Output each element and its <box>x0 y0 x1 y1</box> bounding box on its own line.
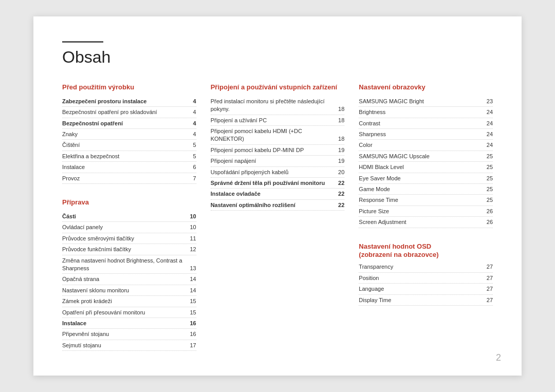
list-item: Správné držení těla při používání monito… <box>211 178 345 189</box>
item-name: Opačná strana <box>62 275 189 283</box>
item-page: 17 <box>189 342 196 349</box>
item-page: 16 <box>189 320 196 327</box>
item-page: 19 <box>337 146 344 154</box>
item-page: 24 <box>486 141 493 149</box>
item-name: Position <box>359 274 486 282</box>
item-name: Opatření při přesouvání monitoru <box>62 309 189 316</box>
item-name: Připojení pomocí kabelu HDMI (+DC KONEKT… <box>211 127 338 143</box>
item-page: 18 <box>337 135 344 143</box>
item-name: Připojení a užívání PC <box>211 117 338 124</box>
item-page: 25 <box>486 185 493 193</box>
item-page: 26 <box>486 208 493 215</box>
item-page: 24 <box>486 120 493 127</box>
section-nastaveni-obrazovky-title: Nastavení obrazovky <box>359 83 493 91</box>
item-name: Bezpečnostní opatření pro skladování <box>62 108 189 116</box>
list-item: Language27 <box>359 284 493 294</box>
item-name: Průvodce směrovými tlačítky <box>62 235 189 242</box>
section-nastaveni-list: SAMSUNG MAGIC Bright23Brightness24Contra… <box>359 96 493 228</box>
title-bar <box>62 41 103 43</box>
list-item: Připojení a užívání PC18 <box>211 115 345 126</box>
item-page: 25 <box>486 153 493 160</box>
item-page: 14 <box>189 275 196 283</box>
list-item: Instalace16 <box>62 318 196 329</box>
item-page: 4 <box>189 120 196 127</box>
page-number: 2 <box>496 352 501 363</box>
list-item: Připojení napájení19 <box>211 156 345 166</box>
item-name: Změna nastavení hodnot Brightness, Contr… <box>62 257 189 273</box>
page-title: Obsah <box>62 48 493 67</box>
item-name: Brightness <box>359 108 486 116</box>
item-page: 11 <box>189 235 196 242</box>
item-page: 25 <box>486 196 493 204</box>
list-item: Připevnění stojanu16 <box>62 329 196 340</box>
item-name: Zabezpečení prostoru instalace <box>62 98 189 105</box>
item-page: 6 <box>189 163 196 171</box>
item-page: 4 <box>189 130 196 138</box>
section-priprava-title: Příprava <box>62 198 196 206</box>
item-name: Picture Size <box>359 208 486 215</box>
item-page: 27 <box>486 296 493 304</box>
item-page: 22 <box>337 190 344 198</box>
list-item: Provoz7 <box>62 173 196 184</box>
section-pripojeni-list: Před instalací monitoru si přečtěte násl… <box>211 96 345 211</box>
item-name: Průvodce funkčními tlačítky <box>62 246 189 253</box>
item-page: 7 <box>189 175 196 182</box>
list-item: Opačná strana14 <box>62 274 196 285</box>
list-item: HDMI Black Level25 <box>359 162 493 173</box>
list-item: Čištění5 <box>62 140 196 151</box>
list-item: Průvodce funkčními tlačítky12 <box>62 244 196 255</box>
column-1: Před použitím výrobku Zabezpečení prosto… <box>62 83 211 351</box>
list-item: Color24 <box>359 140 493 151</box>
item-name: Části <box>62 213 189 220</box>
list-item: Ovládací panely10 <box>62 222 196 233</box>
list-item: Bezpečnostní opatření4 <box>62 118 196 129</box>
item-page: 19 <box>337 157 344 165</box>
item-name: Sejmutí stojanu <box>62 342 189 349</box>
list-item: Display Time27 <box>359 295 493 306</box>
item-page: 25 <box>486 163 493 171</box>
list-item: Screen Adjustment26 <box>359 217 493 228</box>
list-item: Sejmutí stojanu17 <box>62 340 196 351</box>
item-name: Znaky <box>62 130 189 138</box>
item-name: Nastavení sklonu monitoru <box>62 287 189 294</box>
list-item: Bezpečnostní opatření pro skladování4 <box>62 107 196 118</box>
item-name: Připevnění stojanu <box>62 330 189 338</box>
item-name: Eye Saver Mode <box>359 175 486 182</box>
item-page: 22 <box>337 179 344 187</box>
item-name: Provoz <box>62 175 189 182</box>
item-name: Bezpečnostní opatření <box>62 120 189 127</box>
item-name: Transparency <box>359 263 486 271</box>
item-page: 13 <box>189 265 196 272</box>
list-item: Připojení pomocí kabelu DP-MINI DP19 <box>211 145 345 156</box>
item-name: HDMI Black Level <box>359 163 486 171</box>
item-page: 5 <box>189 141 196 149</box>
item-page: 16 <box>189 330 196 338</box>
item-page: 14 <box>189 287 196 294</box>
item-page: 18 <box>337 105 344 113</box>
list-item: Game Mode25 <box>359 184 493 195</box>
item-name: Sharpness <box>359 130 486 138</box>
item-page: 27 <box>486 285 493 293</box>
item-name: Instalace ovladače <box>211 190 338 198</box>
item-name: Správné držení těla při používání monito… <box>211 179 338 187</box>
item-name: Elektřina a bezpečnost <box>62 153 189 160</box>
list-item: Brightness24 <box>359 107 493 118</box>
list-item: Připojení pomocí kabelu HDMI (+DC KONEKT… <box>211 126 345 145</box>
item-page: 22 <box>337 201 344 209</box>
item-name: Instalace <box>62 320 189 327</box>
list-item: Instalace6 <box>62 162 196 173</box>
item-page: 5 <box>189 153 196 160</box>
item-page: 15 <box>189 297 196 305</box>
item-page: 4 <box>189 108 196 116</box>
content-columns: Před použitím výrobku Zabezpečení prosto… <box>62 83 493 351</box>
section2-list: Části10Ovládací panely10Průvodce směrový… <box>62 211 196 351</box>
item-page: 20 <box>337 169 344 176</box>
section1-list: Zabezpečení prostoru instalace4Bezpečnos… <box>62 96 196 184</box>
item-name: SAMSUNG MAGIC Upscale <box>359 153 486 160</box>
list-item: Uspořádání připojených kabelů20 <box>211 167 345 178</box>
list-item: Eye Saver Mode25 <box>359 173 493 184</box>
item-page: 27 <box>486 263 493 271</box>
item-page: 10 <box>189 223 196 231</box>
section-pripojeni-title: Připojení a používání vstupních zařízení <box>211 83 345 91</box>
list-item: Části10 <box>62 211 196 222</box>
